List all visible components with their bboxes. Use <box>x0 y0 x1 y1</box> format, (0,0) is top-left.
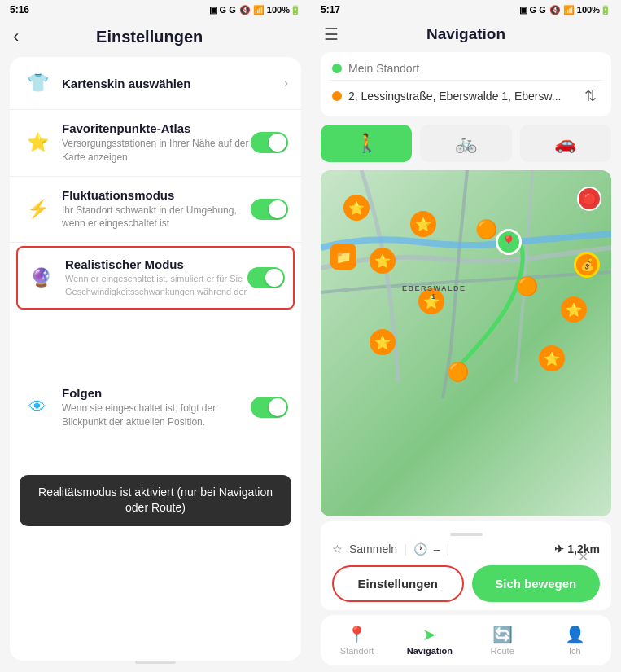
realistischer-title: Realistischer Modus <box>65 257 247 271</box>
kartenskin-content: Kartenskin auswählen <box>62 77 284 90</box>
tooltip-text: Realitätsmodus ist aktiviert (nur bei Na… <box>38 485 273 515</box>
kartenskin-icon: 👕 <box>23 68 52 98</box>
move-button[interactable]: Sich bewegen <box>472 565 601 602</box>
bottom-nav: 📍 Standort ➤ Navigation 🔄 Route 👤 Ich <box>321 615 611 665</box>
destination-row: ⇅ <box>329 81 603 112</box>
origin-input[interactable] <box>348 62 600 75</box>
dash: – <box>434 542 440 556</box>
nav-standort[interactable]: 📍 Standort <box>321 621 393 659</box>
realistischer-desc: Wenn er eingeschaltet ist, simuliert er … <box>65 273 247 298</box>
origin-row <box>329 57 603 81</box>
pin-star-3: ⭐ <box>370 248 396 274</box>
folgen-toggle[interactable] <box>251 397 288 418</box>
settings-card: 👕 Kartenskin auswählen › ⭐ Favoritenpunk… <box>10 57 301 661</box>
kartenskin-title: Kartenskin auswählen <box>62 77 284 90</box>
bottom-drag-handle <box>450 533 483 536</box>
setting-folgen[interactable]: 👁 Folgen Wenn sie eingeschaltet ist, fol… <box>10 375 301 441</box>
close-button[interactable]: ✕ <box>578 549 588 564</box>
separator-2: | <box>447 542 450 556</box>
walk-button[interactable]: 🚶 <box>321 125 412 162</box>
ich-label: Ich <box>569 646 581 656</box>
swap-button[interactable]: ⇅ <box>581 86 600 107</box>
pin-star-1: ⭐ <box>343 195 370 221</box>
right-time: 5:17 <box>321 4 340 15</box>
left-status-icons: ▣ G G 🔇 📶 100%🔋 <box>209 5 301 15</box>
realistischer-toggle[interactable] <box>247 267 285 288</box>
bottom-panel: ☆ Sammeln | 🕐 – | ✈ 1,2km ✕ Einstellunge… <box>321 521 611 610</box>
left-status-bar: 5:16 ▣ G G 🔇 📶 100%🔋 <box>0 0 311 20</box>
navigation-label: Navigation <box>407 646 453 656</box>
route-inputs: ⇅ <box>321 52 611 116</box>
nav-route[interactable]: 🔄 Route <box>466 621 539 659</box>
favoritenpunkte-desc: Versorgungsstationen in Ihrer Nähe auf d… <box>62 137 251 165</box>
kartenskin-arrow: › <box>284 76 288 90</box>
navigation-icon: ➤ <box>422 625 436 644</box>
setting-fluktuation[interactable]: ⚡ Fluktuationsmodus Ihr Standort schwank… <box>10 177 301 244</box>
right-status-text: ▣ G G <box>519 5 546 15</box>
setting-realistischer[interactable]: 🔮 Realistischer Modus Wenn er eingeschal… <box>16 246 295 310</box>
menu-icon[interactable]: ☰ <box>324 24 339 44</box>
red-pin: 🔴 <box>577 187 601 211</box>
bike-button[interactable]: 🚲 <box>420 125 511 162</box>
pin-star-5: ⭐ <box>370 329 396 355</box>
route-label: Route <box>490 646 514 656</box>
pin-star-7: ⭐ <box>561 296 587 323</box>
transport-modes: 🚶 🚲 🚗 <box>311 116 621 170</box>
map-roads-svg <box>321 170 611 516</box>
folgen-icon: 👁 <box>23 393 52 422</box>
right-panel: 5:17 ▣ G G 🔇 📶 100%🔋 ☰ Navigation ⇅ 🚶 🚲 … <box>311 0 621 672</box>
orange-pin-3: 🟠 <box>447 362 469 383</box>
favoritenpunkte-icon: ⭐ <box>23 128 52 157</box>
ich-icon: 👤 <box>565 625 585 644</box>
standort-label: Standort <box>340 646 374 656</box>
destination-input[interactable] <box>348 90 581 103</box>
settings-title: Einstellungen <box>25 28 273 46</box>
realistischer-tooltip: Realitätsmodus ist aktiviert (nur bei Na… <box>20 475 291 526</box>
city-label: EBERSWALDE1 <box>402 284 466 301</box>
realistischer-content: Realistischer Modus Wenn er eingeschalte… <box>65 257 247 298</box>
green-location-pin: 📍 <box>496 229 522 255</box>
map-background: ⭐ ⭐ ⭐ ⭐ ⭐ ⭐ ⭐ 📍 🔴 📁 💰 🟠 🟠 🟠 EBERSWALDE1 <box>321 170 611 516</box>
left-drag-handle <box>135 661 176 664</box>
fluktuation-icon: ⚡ <box>23 195 52 224</box>
right-battery: 🔇 📶 100%🔋 <box>549 5 611 15</box>
distance-icon: ✈ <box>554 542 564 556</box>
left-battery: 🔇 📶 100%🔋 <box>239 5 301 15</box>
fluktuation-content: Fluktuationsmodus Ihr Standort schwankt … <box>62 188 251 231</box>
destination-dot <box>332 91 342 101</box>
nav-title: Navigation <box>348 25 584 43</box>
left-status-text: ▣ G G <box>209 5 236 15</box>
back-button[interactable]: ‹ <box>13 26 19 47</box>
folder-pin: 📁 <box>330 244 356 270</box>
setting-favoritenpunkte[interactable]: ⭐ Favoritenpunkte-Atlas Versorgungsstati… <box>10 110 301 177</box>
standort-icon: 📍 <box>347 625 367 644</box>
nav-navigation[interactable]: ➤ Navigation <box>393 621 466 659</box>
right-status-icons: ▣ G G 🔇 📶 100%🔋 <box>519 5 611 15</box>
folgen-desc: Wenn sie eingeschaltet ist, folgt der Bl… <box>62 402 251 429</box>
pin-star-2: ⭐ <box>410 211 436 237</box>
bottom-info-row: ☆ Sammeln | 🕐 – | ✈ 1,2km ✕ <box>332 542 600 560</box>
coin-pin: 💰 <box>574 252 600 278</box>
route-icon: 🔄 <box>492 625 513 644</box>
collect-icon: ☆ <box>332 542 343 556</box>
pin-star-6: ⭐ <box>539 345 565 371</box>
map-area: ⭐ ⭐ ⭐ ⭐ ⭐ ⭐ ⭐ 📍 🔴 📁 💰 🟠 🟠 🟠 EBERSWALDE1 <box>321 170 611 516</box>
bottom-info-left: ☆ Sammeln | 🕐 – | <box>332 542 449 556</box>
favoritenpunkte-toggle[interactable] <box>251 132 288 153</box>
nav-header: ☰ Navigation <box>311 20 621 52</box>
setting-kartenskin[interactable]: 👕 Kartenskin auswählen › <box>10 57 301 110</box>
nav-ich[interactable]: 👤 Ich <box>539 621 611 659</box>
origin-dot <box>332 64 342 73</box>
realistischer-icon: 🔮 <box>26 263 55 292</box>
settings-button[interactable]: Einstellungen <box>332 565 464 602</box>
fluktuation-toggle[interactable] <box>251 199 288 220</box>
fluktuation-desc: Ihr Standort schwankt in der Umgebung, w… <box>62 204 251 231</box>
folgen-content: Folgen Wenn sie eingeschaltet ist, folgt… <box>62 386 251 429</box>
right-status-bar: 5:17 ▣ G G 🔇 📶 100%🔋 <box>311 0 621 20</box>
collect-label: Sammeln <box>349 542 397 556</box>
separator-1: | <box>404 542 407 556</box>
orange-pin-1: 🟠 <box>475 219 497 240</box>
orange-pin-2: 🟠 <box>516 276 538 297</box>
car-button[interactable]: 🚗 <box>520 125 611 162</box>
left-header: ‹ Einstellungen <box>0 20 311 57</box>
